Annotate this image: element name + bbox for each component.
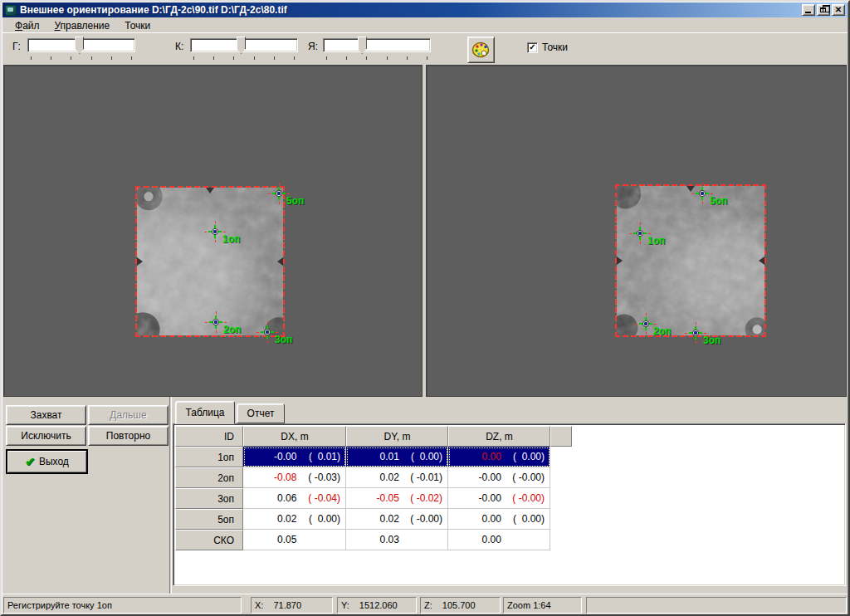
value-cell[interactable]: 0.06( -0.04) xyxy=(243,488,346,509)
control-button-panel: Захват Дальше Исключить Повторно ✔ Выход xyxy=(2,397,169,594)
table-header-stub xyxy=(550,426,572,447)
residual-value: 0.02 xyxy=(346,472,401,483)
palette-button[interactable] xyxy=(467,37,495,63)
control-point-label: 3оп xyxy=(703,335,721,346)
residual-correction: ( -0.01) xyxy=(401,472,447,483)
residual-value: -0.00 xyxy=(448,492,503,504)
slider-tick xyxy=(91,56,92,60)
value-cell[interactable]: -0.05( -0.02) xyxy=(346,488,448,509)
check-icon: ✔ xyxy=(25,455,35,468)
residual-value: 0.00 xyxy=(448,534,503,545)
menu-file[interactable]: Файл xyxy=(7,19,47,32)
marker-center-icon xyxy=(264,329,271,335)
app-window: Внешнее ориентирование D:\ГД-2с\90.tif D… xyxy=(0,0,850,616)
restore-icon xyxy=(820,7,826,12)
results-table: IDDX, mDY, mDZ, m1оп-0.00( 0.01)0.01( 0.… xyxy=(175,426,572,550)
control-point-label: 2оп xyxy=(223,324,241,335)
slider-tick xyxy=(274,56,275,60)
app-icon xyxy=(5,5,17,16)
residual-correction: ( -0.00) xyxy=(401,513,447,525)
exit-button[interactable]: ✔ Выход xyxy=(6,449,88,474)
close-button[interactable]: ✕ xyxy=(832,4,845,16)
status-x-panel: X:71.870 xyxy=(251,597,333,614)
right-aerial-photo[interactable]: 5оп1оп2оп3оп xyxy=(615,184,766,337)
residual-value: 0.00 xyxy=(448,451,503,462)
gamma-slider-label: Г: xyxy=(12,41,21,52)
control-point-label: 3оп xyxy=(275,334,292,345)
status-y-panel: Y:1512.060 xyxy=(337,597,417,614)
exclude-button[interactable]: Исключить xyxy=(6,426,86,446)
status-bar: Регистрируйте точку 1оп X:71.870 Y:1512.… xyxy=(2,594,848,614)
tab-report[interactable]: Отчет xyxy=(237,403,285,423)
residual-value: 0.01 xyxy=(346,451,401,462)
window-controls: ✕ xyxy=(802,4,845,16)
capture-button[interactable]: Захват xyxy=(6,405,86,425)
minimize-button[interactable] xyxy=(802,4,815,16)
table-row[interactable]: 3оп0.06( -0.04)-0.05( -0.02)-0.00( -0.00… xyxy=(175,488,572,509)
table-header-cell[interactable]: DZ, m xyxy=(448,426,550,447)
value-cell[interactable]: -0.00( -0.00) xyxy=(448,467,550,488)
row-id-cell[interactable]: СКО xyxy=(175,530,243,550)
y-value: 1512.060 xyxy=(359,600,398,610)
value-cell[interactable]: 0.05 xyxy=(243,530,346,550)
row-id-cell[interactable]: 1оп xyxy=(175,447,243,467)
residual-correction: ( 0.00) xyxy=(401,451,447,462)
menu-control[interactable]: Управление xyxy=(47,19,118,32)
value-cell[interactable]: 0.00( 0.00) xyxy=(448,509,550,530)
brightness-slider[interactable] xyxy=(323,38,431,52)
marker-center-icon xyxy=(212,228,218,235)
slider-tick xyxy=(193,56,194,60)
residual-correction: ( -0.04) xyxy=(298,492,345,504)
marker-center-icon xyxy=(276,190,282,197)
restore-button[interactable] xyxy=(817,4,830,16)
table-row[interactable]: СКО0.050.030.00 xyxy=(175,530,572,550)
value-cell[interactable]: 0.02( -0.00) xyxy=(346,509,448,530)
residual-value: 0.06 xyxy=(243,492,298,504)
title-bar[interactable]: Внешнее ориентирование D:\ГД-2с\90.tif D… xyxy=(2,2,848,17)
value-cell[interactable]: 0.01( 0.00) xyxy=(346,447,448,467)
left-image-viewer[interactable]: 5оп1оп2оп3оп xyxy=(3,65,423,397)
value-cell[interactable]: 0.03 xyxy=(346,530,448,550)
points-checkbox[interactable]: ✓ xyxy=(527,42,538,53)
value-cell[interactable]: 0.02( -0.01) xyxy=(346,467,448,488)
row-id-cell[interactable]: 5оп xyxy=(175,509,243,530)
residual-value: -0.00 xyxy=(243,451,298,462)
slider-tick xyxy=(31,56,32,60)
control-point-label: 5оп xyxy=(710,195,727,207)
minimize-icon xyxy=(805,12,811,13)
value-cell[interactable]: -0.00( -0.00) xyxy=(448,488,550,509)
points-checkbox-group[interactable]: ✓ Точки xyxy=(527,42,568,53)
slider-tick xyxy=(427,56,427,60)
left-aerial-photo[interactable]: 5оп1оп2оп3оп xyxy=(135,186,285,337)
status-message: Регистрируйте точку 1оп xyxy=(7,600,112,610)
table-header-cell[interactable]: DY, m xyxy=(346,426,448,447)
value-cell[interactable]: 0.00( 0.00) xyxy=(448,447,550,467)
residual-value: -0.05 xyxy=(346,492,401,504)
next-button[interactable]: Дальше xyxy=(88,405,169,425)
table-row[interactable]: 5оп0.02( 0.00)0.02( -0.00)0.00( 0.00) xyxy=(175,509,572,530)
slider-tick xyxy=(131,56,132,60)
value-cell[interactable]: 0.00 xyxy=(448,530,550,550)
residual-value: -0.00 xyxy=(448,472,503,483)
row-id-cell[interactable]: 2оп xyxy=(175,467,243,488)
value-cell[interactable]: -0.08( -0.03) xyxy=(243,467,346,488)
status-extra-panel xyxy=(586,597,847,614)
toolbar: Г: К: Я: xyxy=(2,32,848,65)
residual-correction: ( -0.03) xyxy=(298,472,345,483)
slider-tick xyxy=(213,56,214,60)
table-row[interactable]: 2оп-0.08( -0.03)0.02( -0.01)-0.00( -0.00… xyxy=(175,467,572,488)
table-header-cell[interactable]: DX, m xyxy=(243,426,346,447)
value-cell[interactable]: -0.00( 0.01) xyxy=(243,447,346,467)
table-header-cell[interactable]: ID xyxy=(175,426,243,447)
row-id-cell[interactable]: 3оп xyxy=(175,488,243,509)
menu-bar: Файл Управление Точки xyxy=(2,18,848,32)
results-tab-area: Таблица Отчет IDDX, mDY, mDZ, m1оп-0.00(… xyxy=(172,397,848,594)
tab-table[interactable]: Таблица xyxy=(175,401,235,424)
menu-points[interactable]: Точки xyxy=(117,19,158,32)
repeat-button[interactable]: Повторно xyxy=(88,426,169,446)
residual-correction: ( 0.00) xyxy=(298,513,345,525)
right-image-viewer[interactable]: 5оп1оп2оп3оп xyxy=(426,65,847,397)
table-row[interactable]: 1оп-0.00( 0.01)0.01( 0.00)0.00( 0.00) xyxy=(175,447,572,467)
value-cell[interactable]: 0.02( 0.00) xyxy=(243,509,346,530)
gamma-slider-ticks xyxy=(27,56,135,61)
